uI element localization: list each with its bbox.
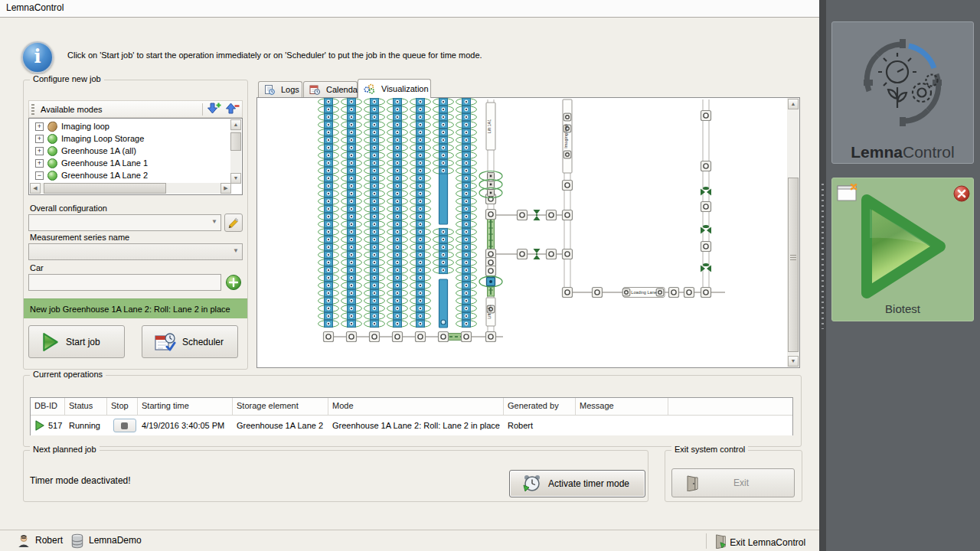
new-job-message: New job Greenhouse 1A Lane 2: Roll: Lane…: [24, 298, 247, 318]
operation-cell: Greenhouse 1A Lane 2: Roll: Lane 2 in pl…: [328, 421, 504, 430]
gears-icon: [364, 83, 378, 94]
toolbar-separator: [202, 103, 203, 116]
biotest-tile-label: Biotest: [832, 302, 973, 315]
scroll-down-icon[interactable]: ▼: [230, 173, 241, 184]
column-header-filler[interactable]: [668, 398, 791, 415]
operation-cell: Greenhouse 1A Lane 2: [233, 421, 328, 430]
car-label: Car: [30, 263, 44, 272]
statusbar-database: LemnaDemo: [89, 535, 142, 546]
column-header-mode[interactable]: Mode: [328, 398, 504, 415]
operation-row[interactable]: 517Running4/19/2016 3:40:05 PMGreenhouse…: [31, 416, 792, 435]
tree-vscroll-thumb[interactable]: [230, 132, 241, 151]
greenhouse-visualization: Lift 1A1Imaging loopLift 1A1Loading Lane: [257, 98, 787, 367]
column-header-status[interactable]: Status: [65, 398, 107, 415]
available-modes-toolbar: Available modes: [28, 100, 243, 118]
scroll-down-icon[interactable]: ▼: [788, 356, 799, 367]
configure-new-job-group: Configure new job Available modes +Imagi…: [23, 80, 248, 370]
statusbar-user: Robert: [35, 535, 63, 546]
tree-item-imaging-loop-storage[interactable]: +Imaging Loop Storage: [30, 132, 230, 145]
brand-control: Control: [903, 143, 955, 161]
toolbar-grip[interactable]: [31, 104, 34, 115]
scroll-right-icon[interactable]: ▶: [220, 183, 231, 194]
viz-label-lift-bottom: Lift 1A1: [487, 305, 492, 319]
start-job-button[interactable]: Start job: [28, 325, 125, 358]
timer-mode-status: Timer mode deactivated!: [30, 475, 131, 486]
tree-expander-icon[interactable]: +: [35, 159, 44, 168]
brand-text: LemnaControl: [832, 143, 973, 161]
tab-calendar[interactable]: Calendar: [303, 81, 358, 97]
door-icon: [684, 474, 700, 491]
column-header-db-id[interactable]: DB-ID: [31, 398, 65, 415]
tree-item-greenhouse-1a-all-[interactable]: +Greenhouse 1A (all): [30, 145, 230, 157]
exit-button-label: Exit: [733, 478, 749, 488]
statusbar: Robert LemnaDemo Exit LemnaControl: [0, 530, 819, 551]
sphere-icon: [47, 171, 57, 181]
current-operations-group: Current operations DB-IDStatusStopStarti…: [23, 375, 802, 447]
tree-item-label: Greenhouse 1A (all): [61, 146, 136, 155]
column-header-stop[interactable]: Stop: [107, 398, 138, 415]
scroll-up-icon[interactable]: ▲: [230, 119, 241, 130]
tab-label: Calendar: [326, 85, 361, 94]
column-header-storage-element[interactable]: Storage element: [233, 398, 328, 415]
biotest-play-icon[interactable]: [858, 191, 949, 302]
lemnacontrol-logo-icon: [832, 22, 973, 137]
tab-label: Visualization: [381, 84, 429, 93]
user-icon: [17, 534, 31, 548]
measurement-series-combo[interactable]: ▼: [28, 243, 243, 260]
info-banner-text: Click on 'Start job' to start the operat…: [67, 51, 557, 60]
next-planned-job-group: Next planned job Timer mode deactivated!…: [23, 450, 648, 502]
tree-item-label: Imaging Loop Storage: [61, 134, 144, 143]
column-header-message[interactable]: Message: [576, 398, 668, 415]
database-icon: [70, 533, 84, 549]
tree-expander-icon[interactable]: −: [35, 171, 44, 180]
tree-hscroll-thumb[interactable]: [44, 183, 166, 194]
scheduler-button[interactable]: Scheduler: [142, 325, 238, 358]
tab-logs[interactable]: Logs: [258, 81, 302, 97]
remove-mode-button[interactable]: [224, 102, 241, 116]
tab-visualization[interactable]: Visualization: [358, 79, 431, 98]
tree-item-greenhouse-1a-lane-1[interactable]: +Greenhouse 1A Lane 1: [30, 157, 230, 169]
tree-expander-icon[interactable]: +: [35, 122, 44, 131]
tree-vscrollbar[interactable]: ▲ ▼: [230, 119, 241, 184]
viz-label-imaging-lane: Imaging loop: [564, 124, 568, 148]
tree-expander-icon[interactable]: +: [35, 135, 44, 143]
activate-timer-mode-label: Activate timer mode: [548, 478, 629, 489]
activate-timer-mode-button[interactable]: Activate timer mode: [509, 470, 645, 497]
tree-expander-icon[interactable]: +: [35, 147, 44, 155]
scheduler-icon: [155, 332, 176, 352]
sphere-icon: [47, 158, 57, 168]
scroll-up-icon[interactable]: ▲: [788, 99, 799, 109]
plus-circle-icon: [225, 274, 242, 291]
chevron-down-icon: ▼: [211, 218, 217, 225]
stop-button[interactable]: [113, 419, 136, 432]
running-play-icon: [34, 420, 45, 431]
close-icon[interactable]: [953, 185, 970, 202]
column-header-starting-time[interactable]: Starting time: [138, 398, 233, 415]
viz-vscrollbar[interactable]: ▲ ▼: [787, 98, 799, 367]
add-mode-button[interactable]: [206, 102, 223, 116]
info-icon: i: [21, 41, 54, 73]
viz-vscroll-thumb[interactable]: [788, 178, 799, 352]
lemnacontrol-logo-panel: LemnaControl: [831, 21, 974, 164]
exit-lemnacontrol-button[interactable]: Exit LemnaControl: [714, 533, 805, 549]
sidebar-splitter[interactable]: [819, 0, 826, 551]
tree-item-imaging-loop[interactable]: +Imaging loop: [30, 120, 230, 132]
brand-lemna: Lemna: [851, 143, 903, 161]
column-header-generated-by[interactable]: Generated by: [504, 398, 576, 415]
scroll-left-icon[interactable]: ◀: [30, 183, 41, 194]
splitter-grip: [822, 184, 824, 329]
tree-item-label: Greenhouse 1A Lane 2: [61, 171, 148, 180]
operations-table: DB-IDStatusStopStarting timeStorage elem…: [30, 397, 793, 435]
edit-configuration-button[interactable]: [224, 214, 243, 232]
tree-item-greenhouse-1a-lane-2[interactable]: −Greenhouse 1A Lane 2: [30, 169, 230, 181]
car-input[interactable]: [28, 274, 221, 291]
biotest-job-tile[interactable]: Biotest: [831, 178, 974, 321]
tree-item-label: Greenhouse 1A Lane 1: [61, 158, 148, 168]
configure-group-label: Configure new job: [30, 74, 104, 83]
exit-button[interactable]: Exit: [671, 468, 795, 497]
overall-configuration-combo[interactable]: ▼: [28, 214, 221, 231]
tree-hscrollbar[interactable]: ◀ ▶: [30, 183, 231, 194]
add-car-button[interactable]: [224, 273, 243, 292]
imaging-loop-icon: [46, 120, 58, 132]
operation-cell: Robert: [504, 421, 576, 430]
